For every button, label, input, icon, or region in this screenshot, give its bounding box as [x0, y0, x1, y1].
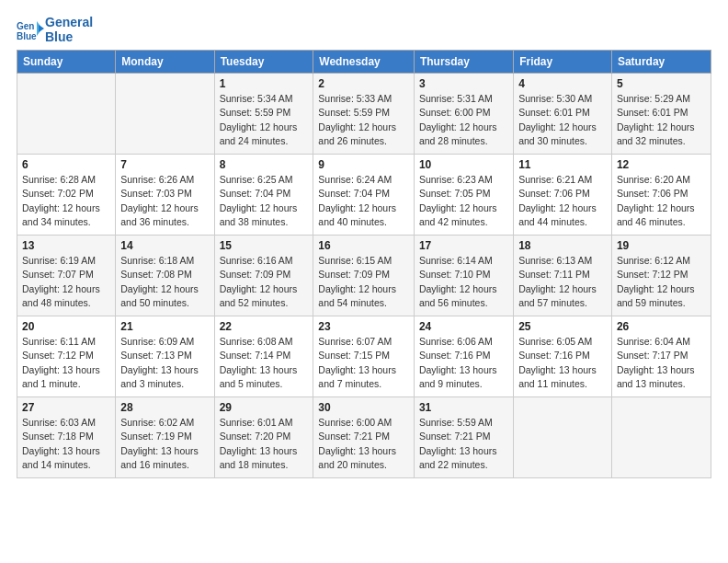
day-number: 14 [120, 239, 209, 252]
day-number: 28 [120, 401, 209, 414]
calendar-week-row: 20Sunrise: 6:11 AM Sunset: 7:12 PM Dayli… [17, 316, 711, 397]
day-detail: Sunrise: 6:07 AM Sunset: 7:15 PM Dayligh… [318, 335, 409, 391]
calendar-cell: 15Sunrise: 6:16 AM Sunset: 7:09 PM Dayli… [214, 236, 313, 316]
day-number: 30 [318, 401, 409, 414]
calendar-cell: 1Sunrise: 5:34 AM Sunset: 5:59 PM Daylig… [214, 74, 313, 155]
day-detail: Sunrise: 6:03 AM Sunset: 7:18 PM Dayligh… [22, 416, 110, 472]
calendar-cell: 13Sunrise: 6:19 AM Sunset: 7:07 PM Dayli… [17, 236, 116, 316]
day-number: 17 [419, 239, 508, 252]
day-number: 15 [220, 239, 309, 252]
day-number: 3 [419, 77, 508, 90]
calendar-cell: 23Sunrise: 6:07 AM Sunset: 7:15 PM Dayli… [313, 316, 415, 397]
col-header-thursday: Thursday [414, 51, 513, 74]
day-detail: Sunrise: 6:14 AM Sunset: 7:10 PM Dayligh… [419, 254, 508, 310]
calendar-cell: 22Sunrise: 6:08 AM Sunset: 7:14 PM Dayli… [214, 316, 313, 397]
col-header-tuesday: Tuesday [214, 51, 313, 74]
col-header-sunday: Sunday [17, 51, 116, 74]
day-detail: Sunrise: 5:59 AM Sunset: 7:21 PM Dayligh… [419, 416, 508, 472]
calendar-cell: 5Sunrise: 5:29 AM Sunset: 6:01 PM Daylig… [611, 74, 711, 155]
day-detail: Sunrise: 6:25 AM Sunset: 7:04 PM Dayligh… [220, 173, 309, 229]
day-number: 25 [518, 320, 607, 333]
col-header-saturday: Saturday [611, 51, 711, 74]
day-detail: Sunrise: 6:11 AM Sunset: 7:12 PM Dayligh… [22, 335, 110, 391]
calendar-cell: 27Sunrise: 6:03 AM Sunset: 7:18 PM Dayli… [17, 397, 116, 478]
day-number: 11 [518, 158, 607, 171]
day-number: 9 [318, 158, 409, 171]
day-number: 13 [22, 239, 110, 252]
day-detail: Sunrise: 5:29 AM Sunset: 6:01 PM Dayligh… [617, 92, 706, 148]
day-detail: Sunrise: 6:02 AM Sunset: 7:19 PM Dayligh… [120, 416, 209, 472]
day-number: 5 [617, 77, 706, 90]
day-detail: Sunrise: 6:12 AM Sunset: 7:12 PM Dayligh… [617, 254, 706, 310]
day-number: 29 [220, 401, 309, 414]
calendar-cell: 30Sunrise: 6:00 AM Sunset: 7:21 PM Dayli… [313, 397, 415, 478]
day-number: 23 [318, 320, 409, 333]
day-number: 21 [120, 320, 209, 333]
calendar-cell: 6Sunrise: 6:28 AM Sunset: 7:02 PM Daylig… [17, 155, 116, 236]
calendar-cell: 21Sunrise: 6:09 AM Sunset: 7:13 PM Dayli… [116, 316, 214, 397]
day-detail: Sunrise: 6:08 AM Sunset: 7:14 PM Dayligh… [220, 335, 309, 391]
calendar-week-row: 13Sunrise: 6:19 AM Sunset: 7:07 PM Dayli… [17, 236, 711, 316]
day-number: 1 [220, 77, 309, 90]
calendar-cell: 14Sunrise: 6:18 AM Sunset: 7:08 PM Dayli… [116, 236, 214, 316]
logo-graphic: Gen Blue [17, 19, 42, 40]
calendar-cell: 8Sunrise: 6:25 AM Sunset: 7:04 PM Daylig… [214, 155, 313, 236]
calendar-cell: 10Sunrise: 6:23 AM Sunset: 7:05 PM Dayli… [414, 155, 513, 236]
day-detail: Sunrise: 6:09 AM Sunset: 7:13 PM Dayligh… [120, 335, 209, 391]
svg-text:Blue: Blue [17, 31, 37, 41]
calendar-cell: 31Sunrise: 5:59 AM Sunset: 7:21 PM Dayli… [414, 397, 513, 478]
calendar-cell: 26Sunrise: 6:04 AM Sunset: 7:17 PM Dayli… [611, 316, 711, 397]
col-header-wednesday: Wednesday [313, 51, 415, 74]
day-number: 12 [617, 158, 706, 171]
calendar-cell: 25Sunrise: 6:05 AM Sunset: 7:16 PM Dayli… [514, 316, 612, 397]
calendar-cell [116, 74, 214, 155]
calendar-cell: 2Sunrise: 5:33 AM Sunset: 5:59 PM Daylig… [313, 74, 415, 155]
calendar-cell: 7Sunrise: 6:26 AM Sunset: 7:03 PM Daylig… [116, 155, 214, 236]
logo: Gen Blue General Blue [17, 15, 93, 44]
calendar-cell: 17Sunrise: 6:14 AM Sunset: 7:10 PM Dayli… [414, 236, 513, 316]
day-detail: Sunrise: 6:21 AM Sunset: 7:06 PM Dayligh… [518, 173, 607, 229]
day-detail: Sunrise: 6:15 AM Sunset: 7:09 PM Dayligh… [318, 254, 409, 310]
calendar-cell: 18Sunrise: 6:13 AM Sunset: 7:11 PM Dayli… [514, 236, 612, 316]
logo-block: Gen Blue General Blue [17, 15, 93, 44]
day-number: 22 [220, 320, 309, 333]
calendar-table: SundayMondayTuesdayWednesdayThursdayFrid… [17, 50, 711, 478]
day-detail: Sunrise: 6:19 AM Sunset: 7:07 PM Dayligh… [22, 254, 110, 310]
day-detail: Sunrise: 5:31 AM Sunset: 6:00 PM Dayligh… [419, 92, 508, 148]
day-number: 27 [22, 401, 110, 414]
day-number: 2 [318, 77, 409, 90]
day-number: 6 [22, 158, 110, 171]
calendar-cell: 4Sunrise: 5:30 AM Sunset: 6:01 PM Daylig… [514, 74, 612, 155]
day-detail: Sunrise: 6:05 AM Sunset: 7:16 PM Dayligh… [518, 335, 607, 391]
day-detail: Sunrise: 6:01 AM Sunset: 7:20 PM Dayligh… [220, 416, 309, 472]
day-detail: Sunrise: 5:33 AM Sunset: 5:59 PM Dayligh… [318, 92, 409, 148]
day-number: 26 [617, 320, 706, 333]
calendar-cell: 19Sunrise: 6:12 AM Sunset: 7:12 PM Dayli… [611, 236, 711, 316]
day-detail: Sunrise: 6:06 AM Sunset: 7:16 PM Dayligh… [419, 335, 508, 391]
day-detail: Sunrise: 6:00 AM Sunset: 7:21 PM Dayligh… [318, 416, 409, 472]
day-number: 7 [120, 158, 209, 171]
day-detail: Sunrise: 5:34 AM Sunset: 5:59 PM Dayligh… [220, 92, 309, 148]
day-number: 16 [318, 239, 409, 252]
day-number: 8 [220, 158, 309, 171]
calendar-cell [611, 397, 711, 478]
day-detail: Sunrise: 6:13 AM Sunset: 7:11 PM Dayligh… [518, 254, 607, 310]
day-detail: Sunrise: 6:18 AM Sunset: 7:08 PM Dayligh… [120, 254, 209, 310]
logo-blue: Blue [45, 29, 93, 44]
svg-text:Gen: Gen [17, 21, 34, 31]
svg-marker-3 [39, 25, 44, 32]
day-number: 19 [617, 239, 706, 252]
calendar-week-row: 6Sunrise: 6:28 AM Sunset: 7:02 PM Daylig… [17, 155, 711, 236]
calendar-cell: 3Sunrise: 5:31 AM Sunset: 6:00 PM Daylig… [414, 74, 513, 155]
day-number: 18 [518, 239, 607, 252]
calendar-cell: 9Sunrise: 6:24 AM Sunset: 7:04 PM Daylig… [313, 155, 415, 236]
calendar-cell [17, 74, 116, 155]
calendar-cell: 28Sunrise: 6:02 AM Sunset: 7:19 PM Dayli… [116, 397, 214, 478]
calendar-cell: 11Sunrise: 6:21 AM Sunset: 7:06 PM Dayli… [514, 155, 612, 236]
day-detail: Sunrise: 6:26 AM Sunset: 7:03 PM Dayligh… [120, 173, 209, 229]
day-number: 31 [419, 401, 508, 414]
day-number: 20 [22, 320, 110, 333]
calendar-cell [514, 397, 612, 478]
day-detail: Sunrise: 6:23 AM Sunset: 7:05 PM Dayligh… [419, 173, 508, 229]
calendar-week-row: 1Sunrise: 5:34 AM Sunset: 5:59 PM Daylig… [17, 74, 711, 155]
